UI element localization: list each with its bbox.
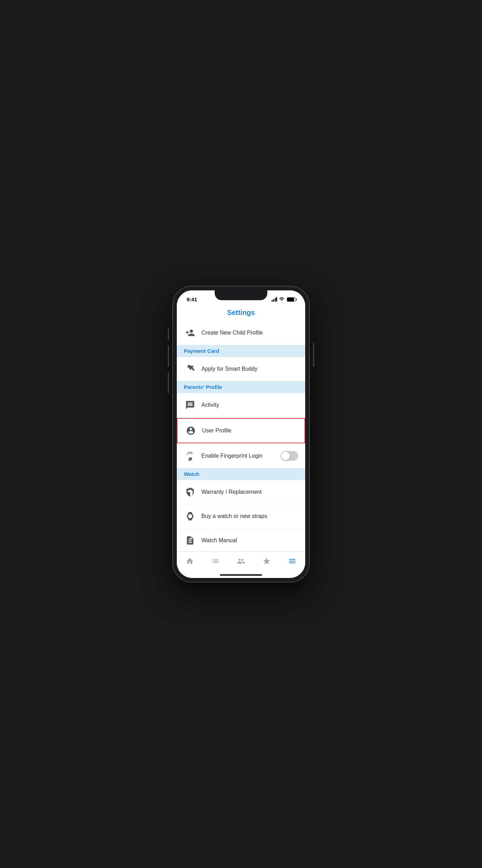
fingerprint-login-label: Enable Fingerprint Login (201, 453, 281, 459)
menu-icon (288, 557, 297, 566)
apply-smart-buddy-label: Apply for Smart Buddy (201, 366, 298, 372)
payment-card-header-label: Payment Card (184, 348, 219, 354)
toggle-knob (281, 452, 290, 460)
page-title: Settings (227, 309, 255, 316)
payment-card-section-header: Payment Card (177, 345, 305, 357)
status-time: 9:41 (187, 296, 197, 302)
warranty-replacement-label: Warranty / Replacement (201, 489, 298, 495)
wifi-icon (279, 297, 284, 302)
nav-community[interactable] (233, 555, 249, 567)
star-icon (262, 557, 271, 566)
person-add-icon (184, 327, 196, 339)
page-title-bar: Settings (177, 306, 305, 321)
nav-home[interactable] (182, 555, 198, 567)
watch-manual-label: Watch Manual (201, 537, 298, 544)
buy-watch-label: Buy a watch or new straps (201, 513, 298, 519)
user-profile-label: User Profile (202, 428, 297, 434)
watch-manual-item[interactable]: Watch Manual (177, 529, 305, 551)
home-icon (185, 557, 194, 566)
status-icons (272, 297, 296, 302)
parents-profile-section-header: Parents' Profile (177, 381, 305, 393)
warranty-replacement-item[interactable]: Warranty / Replacement (177, 480, 305, 504)
create-child-profile-item[interactable]: Create New Child Profile (177, 321, 305, 345)
people-icon (236, 557, 246, 566)
create-child-profile-label: Create New Child Profile (201, 330, 298, 336)
settings-content[interactable]: Create New Child Profile Payment Card Ap… (177, 321, 305, 551)
cursor-click-icon (184, 363, 196, 375)
activity-item[interactable]: Activity (177, 393, 305, 417)
phone-frame: 9:41 Settings (173, 286, 309, 582)
bottom-navigation (177, 551, 305, 574)
fingerprint-login-item[interactable]: Enable Fingerprint Login (177, 444, 305, 468)
apply-smart-buddy-item[interactable]: Apply for Smart Buddy (177, 357, 305, 381)
watch-section-header: Watch (177, 468, 305, 480)
volume-down-button (168, 372, 169, 393)
home-indicator (177, 574, 305, 578)
watch-icon (184, 510, 196, 523)
chat-bubble-icon (184, 399, 196, 411)
nav-menu[interactable] (284, 555, 300, 567)
volume-up-button (168, 346, 169, 367)
battery-icon (287, 297, 295, 302)
signal-icon (272, 297, 277, 302)
user-profile-item[interactable]: User Profile (177, 418, 305, 443)
phone-screen: 9:41 Settings (177, 290, 305, 578)
shield-icon (184, 486, 196, 498)
watch-header-label: Watch (184, 471, 199, 477)
document-icon (184, 534, 196, 547)
power-button (313, 342, 314, 367)
notch (215, 290, 267, 300)
nav-favorites[interactable] (259, 555, 275, 567)
fingerprint-icon (184, 450, 196, 462)
home-bar (220, 574, 262, 576)
parents-profile-header-label: Parents' Profile (184, 384, 222, 390)
activity-label: Activity (201, 402, 298, 408)
buy-watch-item[interactable]: Buy a watch or new straps (177, 504, 305, 529)
silent-button (168, 328, 169, 341)
face-icon (185, 424, 197, 437)
nav-list[interactable] (207, 555, 223, 567)
fingerprint-toggle[interactable] (281, 451, 298, 461)
list-icon (211, 557, 220, 566)
